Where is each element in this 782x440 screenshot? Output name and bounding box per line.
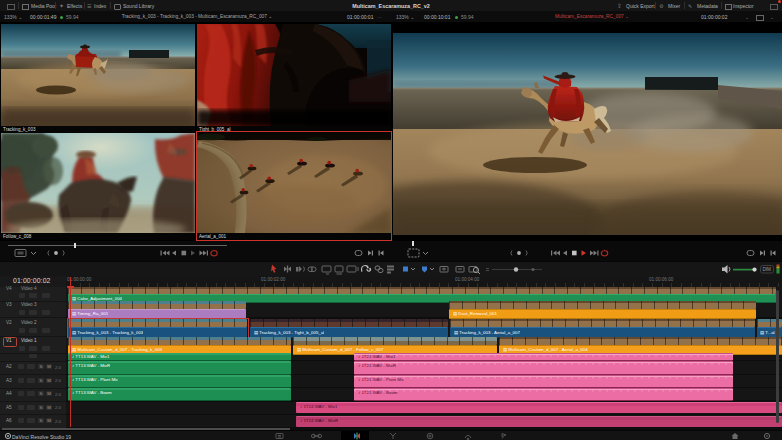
svg-text:DIM: DIM: [763, 267, 772, 272]
